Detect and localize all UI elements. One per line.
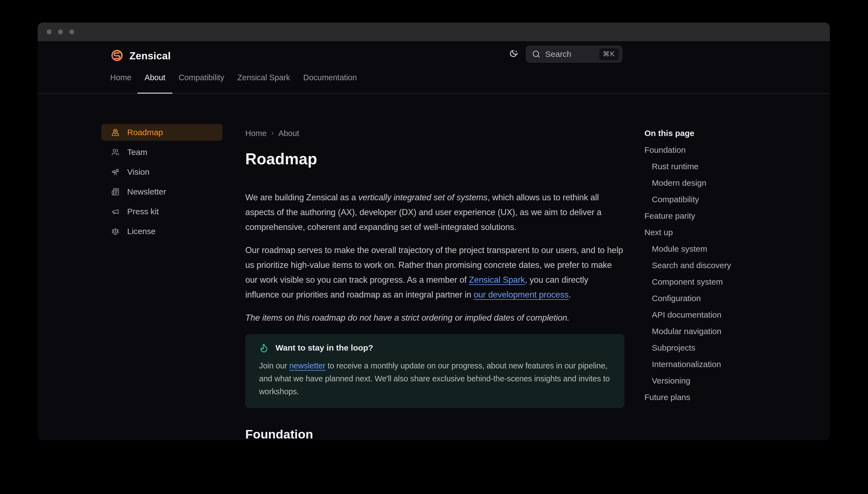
toc-item-label: Internationalization (652, 360, 721, 369)
flame-icon (259, 343, 269, 353)
callout-title: Want to stay in the loop? (275, 343, 373, 353)
sidebar-item-label: Newsletter (127, 187, 166, 196)
megaphone-icon (112, 208, 119, 215)
sidebar-item-vision[interactable]: Vision (101, 164, 223, 180)
sidebar-item-license[interactable]: License (101, 223, 223, 240)
window-control-dot[interactable] (58, 30, 63, 34)
toc-item[interactable]: Compatibility (644, 191, 809, 208)
toc-item-label: Compatibility (652, 195, 699, 204)
breadcrumb: Home › About (245, 129, 624, 138)
sidebar-item-team[interactable]: Team (101, 144, 223, 160)
desktop-background: { "brand": { "name": "Zensical" }, "sear… (0, 0, 868, 494)
article-content: Home › About Roadmap We are building Zen… (245, 129, 624, 440)
toc-item[interactable]: Feature parity (644, 208, 809, 224)
section-sidebar: Roadmap Team Vision (101, 124, 223, 243)
window-control-dot[interactable] (47, 30, 52, 34)
chevron-right-icon: › (271, 129, 274, 138)
brand-name[interactable]: Zensical (129, 50, 171, 62)
toc-item-label: Component system (652, 277, 723, 287)
toc-title: On this page (644, 129, 809, 138)
callout-body: Join our newsletter to receive a monthly… (259, 359, 611, 398)
intro-paragraph: We are building Zensical as a vertically… (245, 190, 624, 235)
emphasis-text: vertically integrated set of systems (359, 193, 487, 202)
sidebar-item-newsletter[interactable]: Newsletter (101, 183, 223, 200)
toc-item[interactable]: Component system (644, 274, 809, 290)
toc-item-label: Subprojects (652, 343, 695, 353)
toc-item[interactable]: Versioning (644, 373, 809, 389)
toc-item[interactable]: Internationalization (644, 356, 809, 373)
search-placeholder: Search (545, 50, 594, 59)
nav-item-zensical-spark[interactable]: Zensical Spark (237, 73, 290, 93)
search-shortcut-badge: ⌘K (599, 49, 619, 60)
site-header: Zensical Search ⌘K Home About Compatibil… (38, 41, 830, 94)
toc-item[interactable]: Future plans (644, 389, 809, 405)
main-area: Roadmap Team Vision (38, 94, 830, 440)
sidebar-item-roadmap[interactable]: Roadmap (101, 124, 223, 141)
inline-link[interactable]: our development process (474, 290, 568, 300)
sidebar-item-label: Vision (127, 167, 150, 177)
toc-item[interactable]: Rust runtime (644, 158, 809, 175)
sidebar-item-label: Team (127, 148, 147, 157)
app-window: Zensical Search ⌘K Home About Compatibil… (38, 22, 830, 440)
toc-item[interactable]: Modular navigation (644, 323, 809, 340)
inline-link[interactable]: newsletter (289, 361, 325, 370)
toc-item-label: Foundation (644, 145, 686, 155)
nav-item-about[interactable]: About (144, 73, 166, 93)
nav-item-documentation[interactable]: Documentation (303, 73, 357, 93)
telescope-icon (112, 168, 119, 176)
roadmap-paragraph: Our roadmap serves to make the overall t… (245, 243, 624, 302)
search-icon (532, 50, 540, 58)
users-icon (112, 148, 119, 156)
newspaper-icon (112, 188, 119, 196)
window-titlebar (38, 22, 830, 41)
section-heading-foundation: Foundation (245, 427, 624, 440)
toc-item-label: Rust runtime (652, 162, 698, 171)
inline-link[interactable]: Zensical Spark (469, 275, 525, 285)
search-input[interactable]: Search ⌘K (526, 45, 622, 63)
toc-list: FoundationRust runtimeModern designCompa… (644, 142, 809, 405)
toc-item[interactable]: Foundation (644, 142, 809, 158)
toc-item[interactable]: API documentation (644, 307, 809, 323)
ordering-note-paragraph: The items on this roadmap do not have a … (245, 310, 624, 325)
toc-item-label: API documentation (652, 310, 721, 320)
toc-item[interactable]: Modern design (644, 175, 809, 191)
theme-toggle-button[interactable] (507, 49, 519, 61)
page-title: Roadmap (245, 150, 624, 168)
nav-item-compatibility[interactable]: Compatibility (178, 73, 224, 93)
toc-item-label: Modular navigation (652, 327, 721, 336)
newsletter-callout: Want to stay in the loop? Join our newsl… (245, 334, 624, 408)
toc-item-label: Configuration (652, 294, 701, 303)
toc-item-label: Modern design (652, 178, 706, 188)
sidebar-item-press-kit[interactable]: Press kit (101, 203, 223, 220)
toc-item[interactable]: Search and discovery (644, 257, 809, 274)
sidebar-item-label: Roadmap (127, 128, 163, 137)
scales-icon (112, 228, 119, 235)
nav-item-home[interactable]: Home (110, 73, 131, 93)
toc-item[interactable]: Module system (644, 241, 809, 257)
toc-item-label: Future plans (644, 393, 690, 402)
window-control-dot[interactable] (69, 30, 74, 34)
toc-item-label: Search and discovery (652, 261, 731, 270)
main-nav: Home About Compatibility Zensical Spark … (110, 73, 357, 93)
table-of-contents: On this page FoundationRust runtimeModer… (644, 129, 809, 405)
breadcrumb-about[interactable]: About (278, 129, 299, 138)
toc-item[interactable]: Subprojects (644, 340, 809, 356)
toc-item[interactable]: Next up (644, 224, 809, 241)
toc-item-label: Module system (652, 244, 707, 253)
callout-header: Want to stay in the loop? (259, 343, 611, 353)
toc-item-label: Feature parity (644, 211, 695, 221)
sidebar-item-label: License (127, 227, 155, 236)
breadcrumb-home[interactable]: Home (245, 129, 267, 138)
moon-rays-icon (508, 50, 518, 60)
zensical-logo-icon[interactable] (110, 49, 124, 63)
toc-item-label: Next up (644, 228, 673, 237)
map-pin-area-icon (112, 129, 119, 136)
sidebar-item-label: Press kit (127, 207, 159, 216)
toc-item[interactable]: Configuration (644, 290, 809, 307)
toc-item-label: Versioning (652, 376, 690, 385)
